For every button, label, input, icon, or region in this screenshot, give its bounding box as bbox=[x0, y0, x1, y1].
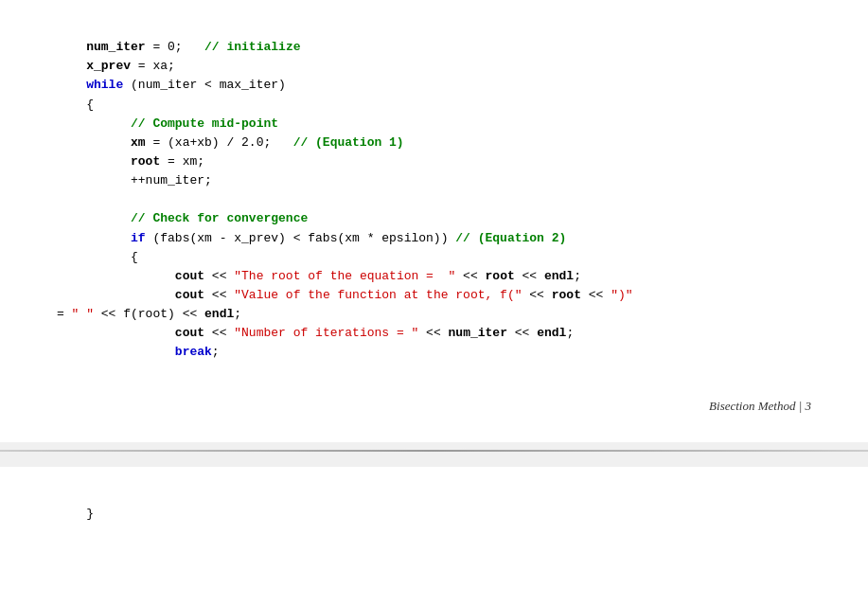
code-block-2: } bbox=[57, 486, 811, 543]
page-container: num_iter = 0; // initialize x_prev = xa;… bbox=[0, 0, 868, 607]
code-page-2: } bbox=[0, 467, 868, 607]
code-block: num_iter = 0; // initialize x_prev = xa;… bbox=[57, 19, 811, 382]
closing-brace: } bbox=[57, 507, 94, 521]
page-footer: Bisection Method | 3 bbox=[57, 399, 811, 414]
code-line-1: num_iter = 0; // initialize x_prev = xa;… bbox=[57, 40, 633, 359]
code-page-1: num_iter = 0; // initialize x_prev = xa;… bbox=[0, 0, 868, 442]
page-divider bbox=[0, 450, 868, 452]
footer-text: Bisection Method | 3 bbox=[709, 399, 811, 413]
